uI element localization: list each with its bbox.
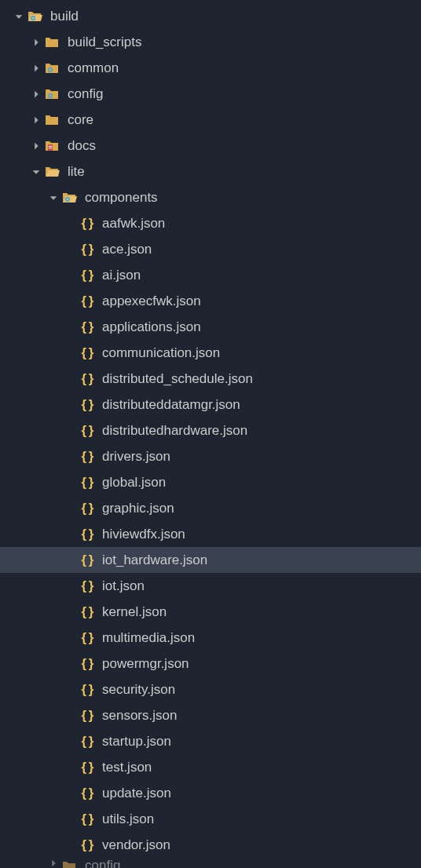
- file-item[interactable]: { }aafwk.json: [0, 210, 421, 236]
- folder-item[interactable]: config: [0, 81, 421, 107]
- json-file-icon: { }: [79, 759, 96, 776]
- item-label: common: [68, 60, 119, 76]
- json-file-icon: { }: [79, 396, 96, 414]
- svg-point-1: [32, 16, 34, 18]
- file-item[interactable]: { }iot.json: [0, 573, 421, 599]
- item-label: security.json: [102, 682, 175, 698]
- item-label: communication.json: [102, 345, 220, 361]
- chevron-right-icon[interactable]: [28, 140, 44, 151]
- json-file-icon: { }: [79, 655, 96, 673]
- json-file-icon: { }: [79, 629, 96, 647]
- chevron-right-icon[interactable]: [28, 115, 44, 126]
- file-item[interactable]: { }distributedhardware.json: [0, 418, 421, 443]
- file-item[interactable]: { }global.json: [0, 469, 421, 495]
- file-item[interactable]: { }startup.json: [0, 728, 421, 754]
- file-item[interactable]: { }distributed_schedule.json: [0, 366, 421, 392]
- folder-icon: [61, 858, 79, 868]
- json-file-icon: { }: [79, 785, 96, 802]
- file-item[interactable]: { }ai.json: [0, 262, 421, 288]
- json-file-icon: { }: [79, 811, 96, 828]
- json-file-icon: { }: [79, 837, 96, 854]
- file-item[interactable]: { }vendor.json: [0, 832, 421, 858]
- json-file-icon: { }: [79, 422, 96, 439]
- json-file-icon: { }: [79, 500, 96, 517]
- file-item[interactable]: { }multimedia.json: [0, 625, 421, 651]
- item-label: docs: [68, 138, 96, 154]
- item-label: distributedhardware.json: [102, 423, 247, 439]
- item-label: iot.json: [102, 578, 145, 594]
- svg-point-3: [49, 68, 51, 70]
- json-file-icon: { }: [79, 293, 96, 310]
- folder-item[interactable]: docs: [0, 133, 421, 159]
- item-label: build_scripts: [68, 35, 142, 50]
- folder-icon: [44, 137, 61, 155]
- file-item[interactable]: { }distributeddatamgr.json: [0, 392, 421, 418]
- item-label: ai.json: [102, 268, 141, 283]
- item-label: ace.json: [102, 242, 152, 257]
- chevron-down-icon[interactable]: [11, 11, 27, 22]
- item-label: drivers.json: [102, 449, 170, 465]
- item-label: aafwk.json: [102, 216, 165, 232]
- chevron-right-icon[interactable]: [28, 89, 44, 100]
- file-item[interactable]: { }appexecfwk.json: [0, 288, 421, 314]
- chevron-right-icon[interactable]: [28, 37, 44, 48]
- chevron-right-icon[interactable]: [28, 63, 44, 74]
- folder-item[interactable]: build_scripts: [0, 29, 421, 55]
- item-label: startup.json: [102, 734, 171, 749]
- item-label: distributeddatamgr.json: [102, 397, 240, 413]
- file-item[interactable]: { }update.json: [0, 780, 421, 806]
- item-label: iot_hardware.json: [102, 553, 207, 568]
- file-item[interactable]: { }sensors.json: [0, 702, 421, 728]
- item-label: powermgr.json: [102, 656, 189, 672]
- folder-item[interactable]: core: [0, 107, 421, 133]
- json-file-icon: { }: [79, 733, 96, 750]
- json-file-icon: { }: [79, 604, 96, 621]
- json-file-icon: { }: [79, 526, 96, 543]
- item-label: config: [68, 86, 103, 102]
- folder-item[interactable]: common: [0, 55, 421, 81]
- json-file-icon: { }: [79, 267, 96, 284]
- json-file-icon: { }: [79, 215, 96, 232]
- item-label: distributed_schedule.json: [102, 371, 253, 387]
- json-file-icon: { }: [79, 552, 96, 569]
- svg-point-10: [67, 198, 68, 199]
- item-label: sensors.json: [102, 708, 177, 724]
- file-item[interactable]: { }security.json: [0, 677, 421, 702]
- item-label: applications.json: [102, 319, 201, 335]
- folder-item[interactable]: lite: [0, 159, 421, 184]
- json-file-icon: { }: [79, 241, 96, 258]
- svg-rect-7: [49, 146, 52, 147]
- file-item[interactable]: { }iot_hardware.json: [0, 547, 421, 573]
- file-item[interactable]: { }utils.json: [0, 806, 421, 832]
- file-item[interactable]: { }graphic.json: [0, 495, 421, 521]
- json-file-icon: { }: [79, 681, 96, 698]
- file-item[interactable]: { }applications.json: [0, 314, 421, 340]
- folder-item[interactable]: config: [0, 858, 421, 868]
- file-item[interactable]: { }drivers.json: [0, 443, 421, 469]
- chevron-right-icon[interactable]: [46, 858, 61, 868]
- item-label: appexecfwk.json: [102, 294, 201, 309]
- folder-item[interactable]: build: [0, 3, 421, 29]
- file-item[interactable]: { }ace.json: [0, 236, 421, 262]
- file-item[interactable]: { }communication.json: [0, 340, 421, 366]
- item-label: hiviewdfx.json: [102, 527, 185, 542]
- file-item[interactable]: { }kernel.json: [0, 599, 421, 625]
- folder-item[interactable]: components: [0, 184, 421, 210]
- item-label: test.json: [102, 760, 152, 775]
- file-item[interactable]: { }hiviewdfx.json: [0, 521, 421, 547]
- json-file-icon: { }: [79, 319, 96, 336]
- item-label: lite: [68, 164, 85, 180]
- folder-icon: [61, 189, 79, 206]
- file-item[interactable]: { }powermgr.json: [0, 651, 421, 677]
- json-file-icon: { }: [79, 448, 96, 465]
- item-label: kernel.json: [102, 604, 167, 620]
- chevron-down-icon[interactable]: [28, 166, 44, 177]
- chevron-down-icon[interactable]: [46, 192, 61, 203]
- folder-icon: [44, 163, 61, 181]
- json-file-icon: { }: [79, 474, 96, 491]
- folder-icon: [27, 8, 44, 25]
- json-file-icon: { }: [79, 370, 96, 388]
- folder-icon: [44, 34, 61, 51]
- file-item[interactable]: { }test.json: [0, 754, 421, 780]
- folder-icon: [44, 111, 61, 129]
